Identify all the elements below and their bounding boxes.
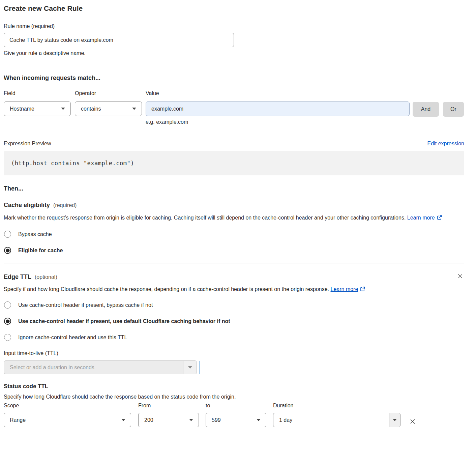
external-link-icon xyxy=(360,286,365,292)
expression-preview-header: Expression Preview Edit expression xyxy=(4,141,464,147)
chevron-down-icon xyxy=(257,419,261,421)
edge-ttl-description-text: Specify if and how long Cloudflare shoul… xyxy=(4,286,329,292)
status-code-ttl-row: Scope Range From 200 to 599 Duration 1 d… xyxy=(4,403,464,427)
radio-label: Use cache-control header if present, use… xyxy=(18,318,230,324)
value-input[interactable] xyxy=(146,102,410,116)
scope-select-value: Range xyxy=(10,417,26,423)
text-cursor xyxy=(199,361,200,374)
edge-ttl-header: Edge TTL (optional) xyxy=(4,263,464,281)
edit-expression-link[interactable]: Edit expression xyxy=(427,141,464,147)
ttl-duration-placeholder: Select or add a duration in seconds xyxy=(4,365,183,371)
cache-eligibility-header: Cache eligibility (required) xyxy=(4,202,464,209)
dropdown-arrow-segment[interactable] xyxy=(389,413,400,427)
radio-label: Use cache-control header if present, byp… xyxy=(18,302,153,308)
to-select[interactable]: 599 xyxy=(206,413,266,427)
radio-eligible-for-cache[interactable]: Eligible for cache xyxy=(4,247,464,254)
expression-code-text: (http.host contains "example.com") xyxy=(11,160,134,167)
chevron-down-icon xyxy=(189,419,193,421)
scope-column: Scope Range xyxy=(4,403,131,427)
operator-column: Operator contains xyxy=(75,90,142,116)
then-heading: Then... xyxy=(4,185,464,192)
field-column: Field Hostname xyxy=(4,90,71,116)
edge-ttl-options: Use cache-control header if present, byp… xyxy=(4,301,464,341)
radio-icon xyxy=(4,231,11,238)
rule-name-group: Rule name (required) Give your rule a de… xyxy=(4,23,464,56)
optional-badge: (optional) xyxy=(35,274,57,280)
value-help: e.g. example.com xyxy=(146,119,410,125)
chevron-down-icon xyxy=(132,108,136,110)
operator-select[interactable]: contains xyxy=(75,102,142,116)
dropdown-arrow-segment[interactable] xyxy=(183,361,197,374)
section-divider xyxy=(4,66,464,66)
radio-label: Ignore cache-control header and use this… xyxy=(18,335,127,341)
radio-icon xyxy=(4,318,11,325)
from-column: From 200 xyxy=(138,403,199,427)
ttl-input-group: Input time-to-live (TTL) Select or add a… xyxy=(4,350,464,374)
operator-select-value: contains xyxy=(81,106,101,112)
radio-icon xyxy=(4,334,11,341)
radio-use-cache-control-bypass[interactable]: Use cache-control header if present, byp… xyxy=(4,301,464,309)
scope-label: Scope xyxy=(4,403,131,409)
expression-preview-label: Expression Preview xyxy=(4,141,51,147)
rule-name-input[interactable] xyxy=(4,33,234,47)
ttl-duration-select[interactable]: Select or add a duration in seconds xyxy=(4,360,197,374)
match-heading: When incoming requests match... xyxy=(4,75,464,82)
duration-select[interactable]: 1 day xyxy=(273,413,400,427)
duration-select-value: 1 day xyxy=(273,417,389,423)
scope-select[interactable]: Range xyxy=(4,413,131,427)
radio-label: Bypass cache xyxy=(18,231,52,237)
radio-use-cache-control-default[interactable]: Use cache-control header if present, use… xyxy=(4,318,464,325)
create-cache-rule-form: Create new Cache Rule Rule name (require… xyxy=(0,0,476,437)
status-code-ttl-description: Specify how long Cloudflare should cache… xyxy=(4,394,464,400)
radio-label: Eligible for cache xyxy=(18,248,63,254)
close-icon[interactable] xyxy=(456,272,464,281)
match-condition-row: Field Hostname Operator contains Value e… xyxy=(4,90,464,125)
duration-label: Duration xyxy=(273,403,400,409)
rule-name-label: Rule name (required) xyxy=(4,23,464,29)
to-label: to xyxy=(206,403,266,409)
duration-column: Duration 1 day xyxy=(273,403,400,427)
from-select-value: 200 xyxy=(144,417,153,423)
chevron-down-icon xyxy=(121,419,125,421)
expression-preview-code: (http.host contains "example.com") xyxy=(4,151,464,175)
rule-name-help: Give your rule a descriptive name. xyxy=(4,50,464,56)
field-label: Field xyxy=(4,90,71,96)
page-title: Create new Cache Rule xyxy=(4,4,464,12)
chevron-down-icon xyxy=(188,366,192,369)
remove-row-icon[interactable] xyxy=(408,417,417,427)
value-label: Value xyxy=(146,90,410,96)
chevron-down-icon xyxy=(393,419,397,421)
edge-ttl-title: Edge TTL xyxy=(4,273,31,281)
from-label: From xyxy=(138,403,199,409)
cache-eligibility-description: Mark whether the request’s response from… xyxy=(4,213,455,223)
cache-eligibility-description-text: Mark whether the request’s response from… xyxy=(4,215,406,221)
chevron-down-icon xyxy=(61,108,65,110)
and-button[interactable]: And xyxy=(413,102,439,117)
operator-label: Operator xyxy=(75,90,142,96)
ttl-input-label: Input time-to-live (TTL) xyxy=(4,350,464,356)
ttl-input-wrap: Select or add a duration in seconds xyxy=(4,360,464,374)
edge-ttl-description: Specify if and how long Cloudflare shoul… xyxy=(4,285,455,294)
field-select-value: Hostname xyxy=(10,106,34,112)
value-column: Value e.g. example.com xyxy=(146,90,410,125)
cache-eligibility-title: Cache eligibility xyxy=(4,202,50,209)
external-link-icon xyxy=(437,214,442,220)
or-button[interactable]: Or xyxy=(443,102,464,117)
to-select-value: 599 xyxy=(212,417,221,423)
radio-ignore-cache-control[interactable]: Ignore cache-control header and use this… xyxy=(4,334,464,341)
required-badge: (required) xyxy=(53,202,77,208)
from-select[interactable]: 200 xyxy=(138,413,199,427)
radio-bypass-cache[interactable]: Bypass cache xyxy=(4,231,464,238)
field-select[interactable]: Hostname xyxy=(4,102,71,116)
learn-more-link[interactable]: Learn more xyxy=(407,215,435,221)
to-column: to 599 xyxy=(206,403,266,427)
learn-more-link[interactable]: Learn more xyxy=(331,286,358,292)
edge-ttl-title-row: Edge TTL (optional) xyxy=(4,273,57,281)
radio-icon xyxy=(4,301,11,309)
status-code-ttl-title: Status code TTL xyxy=(4,383,464,390)
cache-eligibility-options: Bypass cache Eligible for cache xyxy=(4,231,464,254)
radio-icon xyxy=(4,247,11,254)
